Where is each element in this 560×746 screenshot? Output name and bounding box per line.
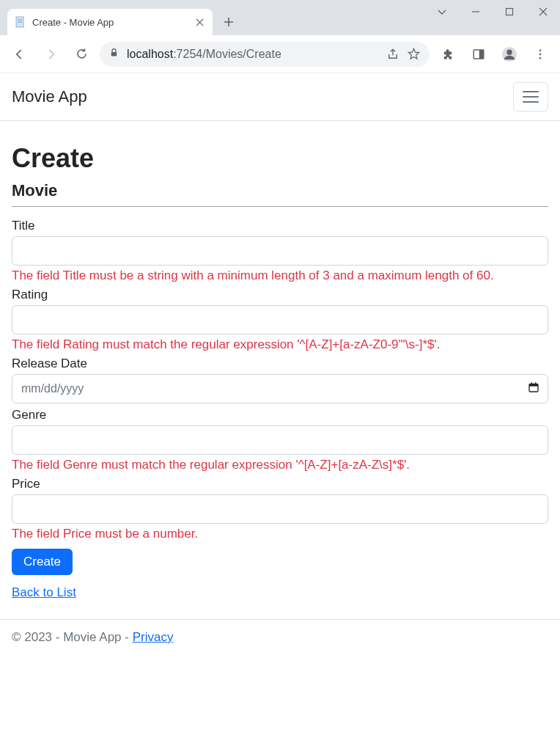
reload-button[interactable] bbox=[69, 42, 94, 67]
favicon-icon bbox=[15, 16, 26, 28]
svg-point-9 bbox=[506, 49, 512, 54]
release-date-label: Release Date bbox=[12, 356, 548, 371]
new-tab-button[interactable] bbox=[218, 12, 239, 32]
price-label: Price bbox=[12, 477, 548, 491]
svg-point-10 bbox=[539, 49, 542, 51]
svg-rect-2 bbox=[18, 21, 22, 21]
title-error: The field Title must be a string with a … bbox=[12, 268, 548, 283]
tab-title: Create - Movie App bbox=[32, 17, 188, 28]
profile-icon[interactable] bbox=[497, 42, 522, 67]
release-date-input[interactable] bbox=[12, 374, 548, 403]
calendar-icon[interactable] bbox=[528, 381, 539, 396]
privacy-link[interactable]: Privacy bbox=[133, 630, 174, 644]
browser-toolbar: localhost:7254/Movies/Create bbox=[0, 35, 560, 73]
rating-error: The field Rating must match the regular … bbox=[12, 337, 548, 352]
url-text: localhost:7254/Movies/Create bbox=[127, 48, 379, 61]
svg-point-11 bbox=[539, 53, 542, 55]
rating-label: Rating bbox=[12, 288, 548, 302]
page-subtitle: Movie bbox=[12, 181, 548, 200]
menu-icon[interactable] bbox=[528, 42, 553, 67]
genre-input[interactable] bbox=[12, 425, 548, 455]
svg-point-12 bbox=[539, 56, 542, 59]
extensions-icon[interactable] bbox=[435, 42, 460, 67]
svg-rect-14 bbox=[529, 384, 538, 386]
back-to-list-link[interactable]: Back to List bbox=[12, 585, 76, 599]
divider bbox=[12, 206, 548, 207]
svg-rect-3 bbox=[18, 22, 22, 23]
address-bar[interactable]: localhost:7254/Movies/Create bbox=[100, 42, 430, 67]
genre-error: The field Genre must match the regular e… bbox=[12, 458, 548, 472]
browser-tab[interactable]: Create - Movie App bbox=[7, 9, 213, 35]
title-input[interactable] bbox=[12, 236, 548, 266]
sidepanel-icon[interactable] bbox=[466, 42, 491, 67]
share-icon[interactable] bbox=[386, 42, 399, 67]
svg-rect-1 bbox=[18, 19, 22, 20]
title-label: Title bbox=[12, 219, 548, 233]
star-icon[interactable] bbox=[407, 42, 421, 67]
forward-button[interactable] bbox=[38, 42, 63, 67]
window-controls bbox=[425, 0, 560, 23]
navbar-toggle-button[interactable] bbox=[513, 82, 548, 111]
app-header: Movie App bbox=[0, 73, 560, 121]
main-content: Create Movie Title The field Title must … bbox=[0, 121, 560, 612]
svg-rect-4 bbox=[506, 9, 513, 15]
lock-icon bbox=[108, 47, 119, 61]
price-error: The field Price must be a number. bbox=[12, 527, 548, 541]
app-brand[interactable]: Movie App bbox=[12, 87, 87, 106]
create-button[interactable]: Create bbox=[12, 549, 73, 575]
price-input[interactable] bbox=[12, 494, 548, 524]
svg-rect-5 bbox=[111, 52, 117, 56]
minimize-button[interactable] bbox=[459, 0, 493, 23]
maximize-button[interactable] bbox=[493, 0, 526, 23]
tab-search-icon[interactable] bbox=[425, 0, 459, 23]
footer-copyright: © 2023 - Movie App - bbox=[12, 630, 133, 644]
page-title: Create bbox=[12, 143, 548, 174]
rating-input[interactable] bbox=[12, 305, 548, 334]
svg-rect-7 bbox=[479, 50, 484, 59]
genre-label: Genre bbox=[12, 408, 548, 423]
footer: © 2023 - Movie App - Privacy bbox=[0, 619, 560, 655]
close-window-button[interactable] bbox=[526, 0, 560, 23]
close-tab-icon[interactable] bbox=[194, 16, 205, 28]
back-button[interactable] bbox=[7, 42, 32, 67]
browser-titlebar: Create - Movie App bbox=[0, 0, 560, 35]
